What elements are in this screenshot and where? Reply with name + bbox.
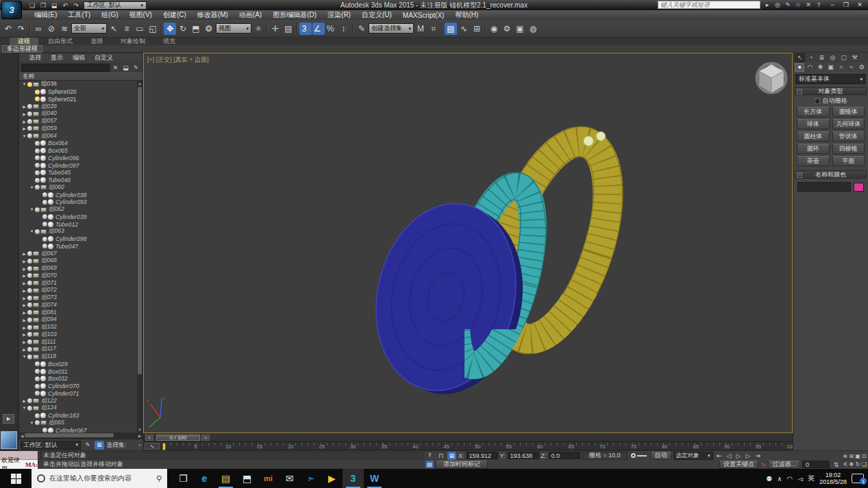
use-pivot-point-center-icon[interactable]: ⍟ <box>252 23 264 35</box>
pan-view-icon[interactable]: ✥ <box>848 460 854 468</box>
maxscript-mini-listener[interactable]: 欢迎使用 MA: <box>0 451 38 470</box>
menu-item-4[interactable]: 创建(C) <box>158 10 192 20</box>
visibility-bulb-icon[interactable] <box>42 200 47 205</box>
tree-item[interactable]: Cylinder071 <box>19 390 137 398</box>
tree-expander-icon[interactable]: ▶ <box>21 332 27 337</box>
tree-expander-icon[interactable]: ▶ <box>21 325 27 330</box>
undo-icon[interactable]: ↶ <box>2 23 14 35</box>
render-production-icon[interactable]: ◍ <box>527 23 539 35</box>
visibility-bulb-icon[interactable] <box>35 141 40 146</box>
start-button[interactable] <box>0 469 32 488</box>
tree-expander-icon[interactable]: ▶ <box>21 339 27 344</box>
sub-helpers[interactable]: ⌗ <box>836 63 846 72</box>
tree-item[interactable]: Cylinder039 <box>19 214 137 221</box>
tree-item[interactable]: Cylinder183 <box>19 412 137 420</box>
tree-expander-icon[interactable]: ▶ <box>21 296 27 300</box>
sub-geometry[interactable]: ● <box>795 63 804 72</box>
zoom-extents-all-icon[interactable]: ⊡ <box>861 452 867 460</box>
clear-search-icon[interactable]: ✕ <box>111 64 120 72</box>
orbit-icon[interactable]: ↻ <box>855 460 861 468</box>
toggle-scene-explorer-icon[interactable]: ▤ <box>445 23 457 35</box>
visibility-bulb-icon[interactable] <box>35 413 40 418</box>
visibility-bulb-icon[interactable] <box>27 325 32 330</box>
tree-expander-icon[interactable]: ▶ <box>21 318 27 322</box>
redo-icon[interactable]: ↷ <box>15 23 27 35</box>
tree-item[interactable]: ▶组069 <box>19 265 137 272</box>
tree-item[interactable]: Tube047 <box>19 243 137 251</box>
y-coordinate-field[interactable]: 193.638 <box>508 452 539 459</box>
visibility-bulb-icon[interactable] <box>35 178 40 183</box>
visibility-bulb-icon[interactable] <box>27 266 32 271</box>
visibility-bulb-icon[interactable] <box>35 149 40 153</box>
visibility-bulb-icon[interactable] <box>35 207 40 212</box>
explorer-menu-2[interactable]: 编辑 <box>69 53 89 62</box>
primitive-button-平面[interactable]: 平面 <box>832 156 865 166</box>
zoom-all-icon[interactable]: ⊞ <box>848 452 854 460</box>
tree-item[interactable]: Box029 <box>19 361 137 368</box>
sub-lights[interactable]: ❋ <box>815 63 825 72</box>
volume-icon[interactable]: ◅ <box>797 475 803 483</box>
set-keys-key-icon[interactable] <box>630 452 649 460</box>
visibility-bulb-icon[interactable] <box>27 347 32 352</box>
tree-expander-icon[interactable]: ▼ <box>21 82 27 86</box>
frame-spinner[interactable]: ⇅ <box>832 461 841 469</box>
time-slider-handle[interactable]: 0 / 100 <box>156 435 200 441</box>
tree-item[interactable]: Cylinder070 <box>19 383 137 390</box>
primitive-button-球体[interactable]: 球体 <box>797 119 830 129</box>
tree-expander-icon[interactable]: ▼ <box>29 421 35 425</box>
tree-expander-icon[interactable]: ▶ <box>21 281 27 285</box>
tree-item[interactable]: Tube012 <box>19 220 137 228</box>
tree-item[interactable]: Box065 <box>19 147 137 155</box>
current-frame-field[interactable]: 0 <box>802 461 830 468</box>
visibility-bulb-icon[interactable] <box>27 310 32 315</box>
tree-item[interactable]: ▶组039 <box>19 103 137 110</box>
visibility-bulb-icon[interactable] <box>27 112 32 116</box>
hidden-icons-chevron[interactable]: ∧ <box>777 475 782 483</box>
docked-panel-icon[interactable] <box>1 431 17 449</box>
tree-item[interactable]: ▶组122 <box>19 397 137 404</box>
tree-item[interactable]: Cylinder096 <box>19 155 137 162</box>
tree-item[interactable]: Tube046 <box>19 177 137 184</box>
hscrollbar-thumb[interactable] <box>25 433 114 437</box>
go-to-start-icon[interactable]: ⇤ <box>715 452 724 460</box>
tree-item[interactable]: ▼组062 <box>19 206 137 214</box>
infocenter-search-input[interactable] <box>658 1 760 9</box>
visibility-bulb-icon[interactable] <box>27 406 32 411</box>
select-and-move-icon[interactable]: ✥ <box>164 23 176 35</box>
timeline-playhead[interactable] <box>162 443 166 450</box>
microphone-icon[interactable]: ⚲ <box>156 474 162 483</box>
visibility-bulb-icon[interactable] <box>27 398 32 403</box>
select-and-rotate-icon[interactable]: ↻ <box>177 23 189 35</box>
tree-item[interactable]: Sphere021 <box>19 96 137 103</box>
tree-item[interactable]: ▼组118 <box>19 353 137 361</box>
reference-coordinate-system-dropdown[interactable]: 视图▾ <box>216 23 251 34</box>
key-login-icon[interactable]: ✎ <box>783 1 793 9</box>
tab-motion[interactable]: ◎ <box>828 53 838 62</box>
tree-item[interactable]: ▶组117 <box>19 346 137 353</box>
action-center-icon[interactable]: 1 <box>852 474 864 483</box>
taskbar-search-box[interactable]: 在这里输入你要搜索的内容 ⚲ <box>32 469 167 488</box>
angle-snap-icon[interactable]: ∠∩ <box>312 23 325 35</box>
primitive-button-长方体[interactable]: 长方体 <box>797 107 830 117</box>
percent-snap-icon[interactable]: %∩ <box>325 23 338 35</box>
scroll-right-icon[interactable]: ▶ <box>137 433 142 438</box>
workspace-settings-icon[interactable]: ✎ <box>83 441 92 450</box>
small-sphere-1[interactable] <box>584 136 593 146</box>
search-history-icon[interactable]: ▸ <box>762 1 772 9</box>
visibility-bulb-icon[interactable] <box>42 428 47 433</box>
save-file-icon[interactable]: ⬓ <box>49 1 59 10</box>
primitive-button-圆环[interactable]: 圆环 <box>797 144 830 154</box>
tab-hierarchy[interactable]: ≣ <box>817 53 827 62</box>
visibility-bulb-icon[interactable] <box>42 244 47 248</box>
tree-expander-icon[interactable]: ▼ <box>21 406 27 410</box>
tree-expander-icon[interactable]: ▶ <box>21 288 27 293</box>
tree-item[interactable]: ▼组038 <box>19 81 137 88</box>
track-bar[interactable]: ∿ 05101520253035404550556065707580859095… <box>143 441 793 450</box>
select-object-icon[interactable]: ↖ <box>108 23 120 35</box>
visibility-bulb-icon[interactable] <box>27 296 32 300</box>
tree-item[interactable]: ▶组068 <box>19 257 137 265</box>
tree-item[interactable]: ▶组073 <box>19 294 137 302</box>
unlink-selection-icon[interactable]: ⊘ <box>45 23 58 35</box>
visibility-bulb-icon[interactable] <box>35 155 40 160</box>
align-icon[interactable]: ⌗ <box>427 23 440 35</box>
